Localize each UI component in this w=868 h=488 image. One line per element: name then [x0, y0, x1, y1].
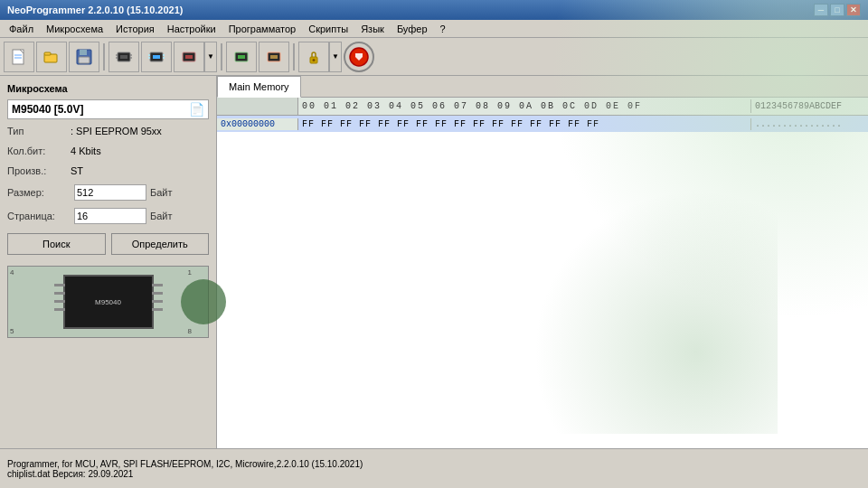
status-bar: Programmer, for MCU, AVR, SPI FLASH/EEPR… [0, 448, 868, 488]
menu-scripts[interactable]: Скрипты [303, 22, 354, 36]
separator-3 [293, 43, 295, 70]
read-chip-button[interactable] [108, 42, 139, 72]
status-line-1: Programmer, for MCU, AVR, SPI FLASH/EEPR… [7, 459, 861, 469]
right-panel: Main Memory 00 01 02 03 04 05 06 07 08 0… [217, 76, 868, 448]
menu-language[interactable]: Язык [355, 22, 390, 36]
bits-value: 4 Kbits [71, 145, 101, 156]
ascii-header: 0123456789ABCDEF [750, 99, 868, 113]
svg-rect-7 [79, 57, 90, 63]
page-unit: Байт [150, 211, 173, 221]
close-button[interactable]: ✕ [846, 4, 861, 16]
search-button[interactable]: Поиск [7, 233, 106, 255]
svg-rect-21 [185, 55, 193, 59]
title-bar-controls: ─ □ ✕ [814, 4, 861, 16]
svg-rect-6 [80, 50, 87, 55]
erase-button[interactable] [226, 42, 257, 72]
hex-header: 00 01 02 03 04 05 06 07 08 09 0A 0B 0C 0… [217, 98, 868, 116]
address-cell-0: 0x00000000 [217, 118, 298, 130]
pin-right-4 [152, 308, 163, 311]
chip-section-title: Микросхема [7, 83, 209, 94]
separator-2 [221, 43, 222, 70]
new-file-button[interactable] [4, 42, 34, 72]
hex-data-cell-0[interactable]: FF FF FF FF FF FF FF FF FF FF FF FF FF F… [298, 118, 750, 130]
chip-name-row: M95040 [5.0V] 📄 [7, 99, 209, 119]
menu-history[interactable]: История [110, 22, 160, 36]
svg-rect-4 [44, 52, 51, 55]
menu-settings[interactable]: Настройки [162, 22, 222, 36]
chip-body-label: M95040 [95, 298, 121, 306]
hex-row-0[interactable]: 0x00000000 FF FF FF FF FF FF FF FF FF FF… [217, 116, 868, 132]
address-column-header [217, 98, 298, 115]
verify-button[interactable] [259, 42, 289, 72]
minimize-button[interactable]: ─ [814, 4, 828, 16]
separator-1 [103, 43, 105, 70]
maximize-button[interactable]: □ [830, 4, 844, 16]
type-row: Тип : SPI EEPROM 95xx [7, 123, 209, 139]
size-input[interactable] [74, 184, 146, 201]
status-line-2: chiplist.dat Версия: 29.09.2021 [7, 469, 861, 479]
hex-columns-header: 00 01 02 03 04 05 06 07 08 09 0A 0B 0C 0… [298, 99, 750, 113]
menu-file[interactable]: Файл [4, 22, 39, 36]
pin-right-1 [152, 284, 163, 286]
tab-main-memory[interactable]: Main Memory [217, 76, 301, 98]
app-title: NeoProgrammer 2.2.0.10 (15.10.2021) [7, 5, 183, 15]
svg-point-27 [313, 59, 316, 61]
page-label: Страница: [7, 211, 71, 221]
chip-image-area: 4 1 5 8 M95040 [7, 266, 209, 338]
pin-number-8: 8 [188, 327, 192, 335]
left-panel: Микросхема M95040 [5.0V] 📄 Тип : SPI EEP… [0, 76, 217, 448]
svg-rect-25 [270, 55, 278, 59]
title-bar: NeoProgrammer 2.2.0.10 (15.10.2021) ─ □ … [0, 0, 868, 20]
pin-number-5: 5 [10, 327, 14, 335]
chip-pins-left [54, 284, 65, 311]
tab-bar: Main Memory [217, 76, 868, 98]
stop-button[interactable] [344, 42, 374, 72]
pin-right-2 [152, 292, 163, 295]
write-chip-button[interactable] [141, 42, 172, 72]
lock-group: ▼ [298, 42, 342, 72]
pin-left-3 [54, 300, 65, 303]
menu-buffer[interactable]: Буфер [392, 22, 433, 36]
hex-body[interactable]: 0x00000000 FF FF FF FF FF FF FF FF FF FF… [217, 116, 868, 448]
menu-chip[interactable]: Микросхема [41, 22, 108, 36]
pin-number-4: 4 [10, 268, 14, 277]
type-value: : SPI EEPROM 95xx [71, 126, 162, 136]
detect-button[interactable]: Определить [111, 233, 210, 255]
chip-name: M95040 [5.0V] [12, 103, 185, 116]
type-label: Тип [7, 126, 71, 136]
lock-dropdown-button[interactable]: ▼ [329, 42, 342, 72]
menu-bar: Файл Микросхема История Настройки Програ… [0, 20, 868, 38]
maker-row: Произв.: ST [7, 163, 209, 179]
page-row: Страница: Байт [7, 206, 209, 226]
ascii-cell-0: ................ [750, 118, 868, 130]
svg-rect-19 [153, 55, 160, 59]
menu-programmer[interactable]: Программатор [223, 22, 302, 36]
toolbar: ▼ ▼ [0, 38, 868, 76]
svg-rect-13 [120, 55, 127, 59]
maker-label: Произв.: [7, 165, 71, 176]
size-label: Размер: [7, 187, 71, 198]
pin-right-3 [152, 300, 163, 303]
pin-number-1: 1 [188, 268, 192, 277]
size-row: Размер: Байт [7, 183, 209, 202]
chip-dropdown-group: ▼ [174, 42, 217, 72]
action-buttons: Поиск Определить [7, 233, 209, 255]
chip-dropdown-button[interactable]: ▼ [204, 42, 217, 72]
svg-rect-23 [238, 55, 245, 59]
size-unit: Байт [150, 187, 173, 198]
pin-left-1 [54, 284, 65, 286]
maker-value: ST [71, 165, 83, 176]
chip-diagram: M95040 [63, 275, 154, 329]
save-file-button[interactable] [69, 42, 99, 72]
page-input[interactable] [74, 208, 146, 224]
main-content: Микросхема M95040 [5.0V] 📄 Тип : SPI EEP… [0, 76, 868, 448]
chip-pins-right [152, 284, 163, 311]
hex-editor: 00 01 02 03 04 05 06 07 08 09 0A 0B 0C 0… [217, 98, 868, 448]
menu-help[interactable]: ? [435, 22, 451, 36]
chip-action-button[interactable] [174, 42, 204, 72]
open-file-button[interactable] [36, 42, 67, 72]
pdf-icon[interactable]: 📄 [189, 102, 204, 117]
chip-connector-circle [181, 279, 226, 324]
pin-left-2 [54, 292, 65, 295]
lock-button[interactable] [298, 42, 329, 72]
